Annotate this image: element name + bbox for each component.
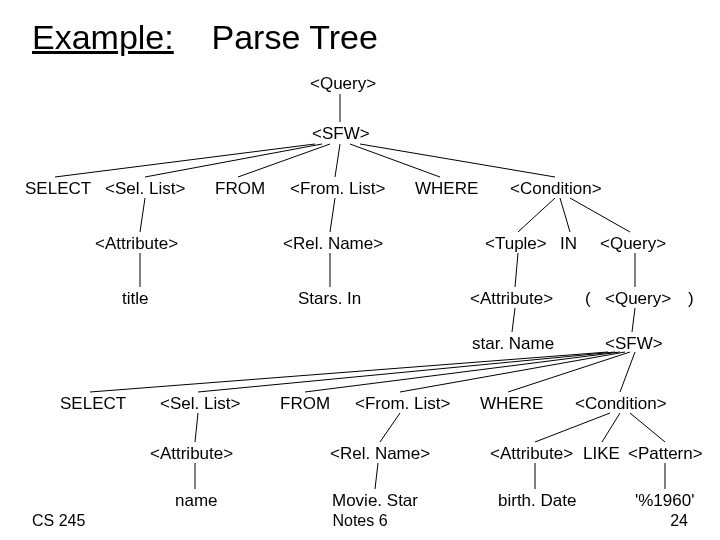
svg-line-16 xyxy=(512,308,515,332)
svg-line-23 xyxy=(620,352,635,392)
svg-line-14 xyxy=(515,253,518,287)
svg-line-25 xyxy=(380,413,400,442)
footer-right: 24 xyxy=(670,512,688,530)
svg-line-6 xyxy=(360,144,555,177)
svg-line-30 xyxy=(375,463,378,489)
svg-line-24 xyxy=(195,413,198,442)
svg-line-3 xyxy=(238,144,330,177)
svg-line-8 xyxy=(330,198,335,232)
svg-line-21 xyxy=(400,352,625,392)
svg-line-9 xyxy=(518,198,555,232)
svg-line-4 xyxy=(335,144,340,177)
svg-line-7 xyxy=(140,198,145,232)
svg-line-28 xyxy=(630,413,665,442)
svg-line-5 xyxy=(350,144,440,177)
svg-line-27 xyxy=(602,413,620,442)
tree-edges xyxy=(0,0,720,540)
svg-line-17 xyxy=(632,308,635,332)
svg-line-26 xyxy=(535,413,610,442)
svg-line-10 xyxy=(560,198,570,232)
svg-line-11 xyxy=(570,198,630,232)
footer-center: Notes 6 xyxy=(0,512,720,530)
svg-line-1 xyxy=(55,144,315,177)
svg-line-2 xyxy=(145,144,322,177)
svg-line-19 xyxy=(198,352,615,392)
